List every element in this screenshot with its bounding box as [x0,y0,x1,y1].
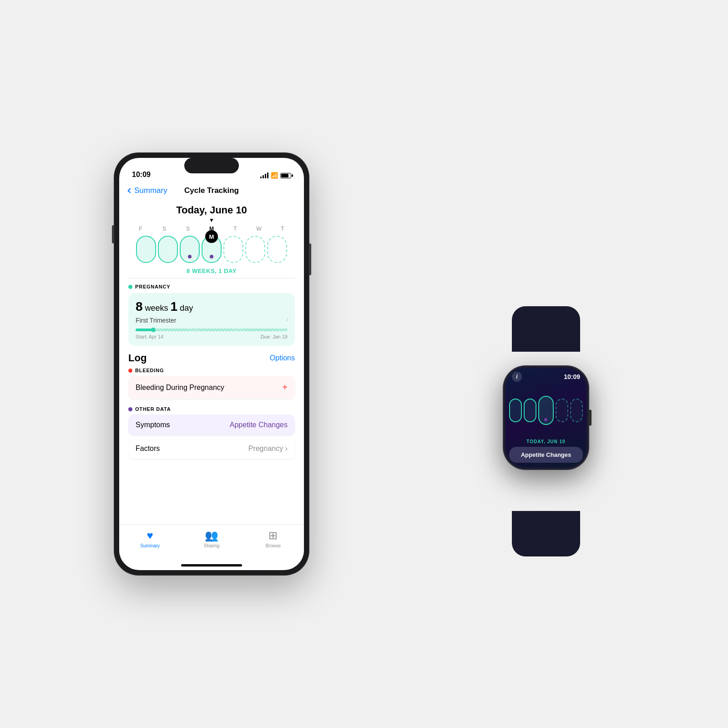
pregnancy-trimester: First Trimester [136,317,288,324]
progress-pattern [154,329,288,331]
pregnancy-card[interactable]: 8 weeks 1 day First Trimester Start: Apr… [128,293,295,346]
nav-title: Cycle Tracking [184,186,239,195]
summary-label: Summary [140,543,160,548]
other-dot [128,407,132,411]
watch-bubble-5 [570,399,583,422]
watch-band-bottom [512,511,580,556]
watch-info-button[interactable]: i [512,372,522,382]
battery-icon [280,173,291,178]
date-header: Today, June 10 ▼ [119,200,304,226]
other-label-text: OTHER DATA [135,406,171,412]
progress-fill [136,329,154,331]
bubble-dot-today [210,255,213,258]
log-title: Log [128,352,147,364]
pregnancy-section: PREGNANCY 8 weeks 1 day First Trimester … [119,278,304,346]
factors-value: Pregnancy › [248,445,288,453]
watch-body: i 10:09 TODAY, JUN 10 Appet [503,365,589,470]
cycle-bubble-5[interactable] [223,236,243,263]
bleeding-dot [128,369,132,373]
day-label-t1: T [224,226,246,232]
start-date: Start: Apr 14 [136,334,163,339]
cycle-bubble-1[interactable] [136,236,156,263]
pregnancy-dot [128,285,132,289]
bleeding-section-label: BLEEDING [128,368,295,373]
pregnancy-card-chevron: › [286,315,288,324]
due-date: Due: Jan 19 [261,334,288,339]
symptoms-value: Appetite Changes [230,421,288,429]
back-label: Summary [134,186,167,195]
factors-item[interactable]: Factors Pregnancy › [128,438,295,459]
cycle-bubble-today[interactable]: M [202,236,222,263]
scene: 10:09 📶 Su [114,91,614,637]
watch-band-top [512,306,580,352]
tab-bar: ♥ Summary 👥 Sharing ⊞ Browse [119,524,304,561]
days-word: day [177,303,193,313]
watch-bubble-dot [544,418,547,421]
watch-bubble-center [538,396,554,425]
iphone-notch [184,158,239,173]
bleeding-label-text: BLEEDING [135,368,164,373]
bleeding-section: BLEEDING Bleeding During Pregnancy + [119,368,304,406]
pregnancy-label-text: PREGNANCY [135,284,171,289]
options-button[interactable]: Options [270,354,295,362]
weeks-word: weeks [143,303,171,313]
bleeding-item[interactable]: Bleeding During Pregnancy + [128,376,295,399]
watch-date-label: TODAY, JUN 10 [526,439,565,444]
day-label-s1: S [153,226,175,232]
tab-browse[interactable]: ⊞ Browse [255,529,291,548]
back-button[interactable]: Summary [128,186,167,195]
wifi-icon: 📶 [271,172,278,179]
tab-sharing[interactable]: 👥 Sharing [193,529,230,548]
cycle-bubble-2[interactable] [158,236,178,263]
watch-time: 10:09 [564,373,580,380]
watch-screen: i 10:09 TODAY, JUN 10 Appet [506,368,586,467]
day-label-s2: S [177,226,199,232]
other-data-section: OTHER DATA Symptoms Appetite Changes Fac… [119,406,304,466]
sharing-label: Sharing [204,543,219,548]
iphone-screen: 10:09 📶 Su [119,158,304,570]
watch-notification-text: Appetite Changes [515,451,577,458]
watch-notification: Appetite Changes [509,447,583,463]
iphone-device: 10:09 📶 Su [114,152,309,576]
date-title: Today, June 10 [119,204,304,216]
other-section-label: OTHER DATA [128,406,295,412]
progress-dates: Start: Apr 14 Due: Jan 19 [136,334,288,339]
chevron-left-icon [127,188,132,193]
scroll-content: Today, June 10 ▼ F S S M T W T [119,200,304,524]
pregnancy-weeks: 8 weeks 1 day [136,299,288,314]
today-indicator: M [205,230,218,243]
symptoms-label: Symptoms [136,421,170,429]
day-label-f: F [130,226,152,232]
cycle-bubble-7[interactable] [267,236,287,263]
status-icons: 📶 [260,172,291,179]
watch-status-bar: i 10:09 [506,368,586,382]
weeks-label: 8 WEEKS, 1 DAY [119,268,304,274]
cycle-bubble-6[interactable] [245,236,265,263]
calendar-arrow-icon: ▼ [119,217,304,223]
summary-icon: ♥ [147,529,153,542]
watch-crown [588,410,592,426]
status-time: 10:09 [132,171,151,179]
log-header: Log Options [119,346,304,368]
add-bleeding-button[interactable]: + [282,382,288,393]
tab-summary[interactable]: ♥ Summary [132,529,168,548]
cycle-bubble-3[interactable] [180,236,200,263]
factors-label: Factors [136,445,160,453]
progress-bar [136,329,288,331]
browse-icon: ⊞ [268,529,278,542]
bleeding-item-label: Bleeding During Pregnancy [136,384,224,392]
weeks-num: 8 [136,299,143,313]
day-label-t2: T [272,226,293,232]
watch-bubble-4 [556,399,568,422]
nav-bar: Summary Cycle Tracking [119,182,304,200]
watch-bubble-1 [509,399,522,422]
apple-watch: i 10:09 TODAY, JUN 10 Appet [478,347,614,516]
days-num: 1 [171,299,178,313]
watch-cycle-area [506,382,586,439]
home-indicator [181,564,242,566]
day-label-w: W [248,226,270,232]
pregnancy-section-label: PREGNANCY [128,284,295,289]
browse-label: Browse [266,543,281,548]
signal-bars-icon [260,172,268,178]
symptoms-item[interactable]: Symptoms Appetite Changes [128,415,295,435]
